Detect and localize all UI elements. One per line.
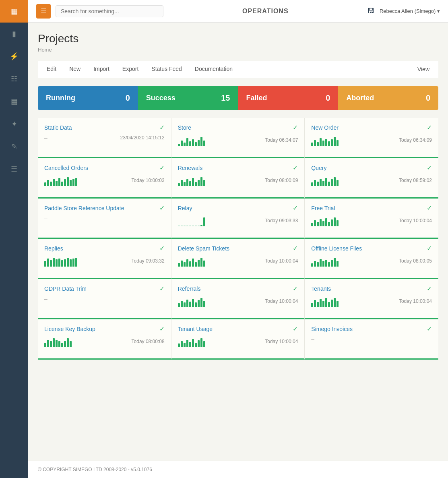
- status-aborted[interactable]: Aborted 0: [338, 86, 438, 110]
- chart-bar: [184, 262, 186, 267]
- mini-chart: [178, 215, 205, 226]
- project-card-footer: Today 06:34:07: [178, 135, 298, 146]
- chart-bar: [189, 342, 191, 347]
- list-icon: ☰: [11, 165, 17, 174]
- chart-bar: [184, 343, 186, 347]
- chart-bar: [198, 226, 200, 226]
- project-name[interactable]: Relay: [178, 205, 192, 211]
- chart-bar: [178, 183, 180, 186]
- chart-bar: [70, 341, 72, 347]
- status-success[interactable]: Success 15: [138, 86, 238, 110]
- project-name[interactable]: Delete Spam Tickets: [178, 245, 229, 252]
- chart-bar: [331, 300, 333, 307]
- chart-bar: [311, 143, 313, 146]
- chart-bar: [337, 261, 339, 267]
- chart-bar: [325, 139, 327, 146]
- sidebar-wrench-icon[interactable]: ✎: [0, 135, 28, 158]
- chart-bar: [198, 140, 200, 146]
- chart-bar: [72, 259, 74, 267]
- chart-bar: [67, 258, 69, 267]
- project-card-header: Renewals✓: [178, 164, 298, 172]
- chart-bar: [334, 217, 336, 226]
- chart-bar: [47, 340, 49, 347]
- project-name[interactable]: Simego Invoices: [311, 326, 353, 332]
- project-card-footer: Today 09:03:33: [178, 215, 298, 226]
- sidebar-home-icon[interactable]: ▦: [0, 0, 28, 23]
- chart-bar: [58, 259, 60, 267]
- sidebar-list-icon[interactable]: ☰: [0, 158, 28, 180]
- chart-bar: [328, 262, 330, 267]
- status-running[interactable]: Running 0: [38, 86, 138, 110]
- user-menu[interactable]: Rebecca Allen (Simego) ▾: [380, 8, 440, 14]
- project-name[interactable]: Referrals: [178, 286, 201, 292]
- project-card-footer: –: [311, 336, 432, 342]
- project-name[interactable]: GDPR Data Trim: [44, 286, 87, 292]
- project-card-header: Paddle Store Reference Update✓: [44, 204, 165, 212]
- project-name[interactable]: Cancelled Orders: [44, 165, 88, 171]
- chart-bar: [317, 262, 319, 267]
- status-failed[interactable]: Failed 0: [238, 86, 339, 110]
- project-name[interactable]: Paddle Store Reference Update: [44, 205, 124, 211]
- chart-bar: [314, 140, 316, 146]
- toolbar-view[interactable]: View: [412, 61, 435, 77]
- chart-bar: [178, 303, 180, 307]
- project-card: Relay✓Today 09:03:33: [171, 199, 305, 239]
- sidebar-lightning-icon[interactable]: ⚡: [0, 45, 28, 68]
- toolbar-new[interactable]: New: [64, 61, 86, 78]
- chart-bar: [192, 339, 194, 347]
- project-check-icon: ✓: [427, 285, 432, 292]
- project-card-footer: –23/04/2020 14:15:12: [44, 135, 165, 141]
- project-name[interactable]: Free Trial: [311, 205, 335, 211]
- menu-button[interactable]: ☰: [36, 4, 51, 19]
- mini-chart: [311, 175, 339, 186]
- chart-bar: [337, 220, 339, 226]
- project-card-header: GDPR Data Trim✓: [44, 285, 165, 292]
- project-name[interactable]: Tenants: [311, 286, 331, 292]
- search-input[interactable]: [56, 5, 163, 17]
- file-icon: ▮: [12, 29, 16, 38]
- project-name[interactable]: Tenant Usage: [178, 326, 213, 332]
- project-card-footer: Today 08:59:02: [311, 175, 432, 186]
- project-card-footer: Today 09:03:32: [44, 255, 165, 267]
- sidebar-file-icon[interactable]: ▮: [0, 23, 28, 45]
- sidebar-grid-icon[interactable]: ☷: [0, 68, 28, 90]
- project-card-footer: –: [44, 296, 165, 302]
- project-name[interactable]: Replies: [44, 245, 63, 252]
- project-time: Today 10:00:04: [265, 298, 298, 304]
- project-check-icon: ✓: [159, 325, 165, 333]
- chart-bar: [325, 298, 327, 307]
- chart-bar: [322, 301, 324, 307]
- project-name[interactable]: License Key Backup: [44, 326, 95, 332]
- project-name[interactable]: Store: [178, 124, 191, 131]
- toolbar-export[interactable]: Export: [117, 61, 144, 78]
- project-name[interactable]: Renewals: [178, 165, 202, 171]
- chart-bar: [200, 177, 202, 186]
- chart-bar: [337, 180, 339, 186]
- sidebar-chart-icon[interactable]: ▤: [0, 90, 28, 113]
- toolbar-documentation[interactable]: Documentation: [189, 61, 238, 78]
- project-check-icon: ✓: [159, 124, 165, 131]
- toolbar-status-feed[interactable]: Status Feed: [146, 61, 188, 78]
- project-name[interactable]: New Order: [311, 124, 339, 131]
- toolbar-edit[interactable]: Edit: [41, 61, 62, 78]
- project-time: Today 10:00:04: [399, 218, 432, 223]
- status-cards: Running 0 Success 15 Failed 0 Aborted 0: [38, 86, 438, 110]
- toolbar-import[interactable]: Import: [88, 61, 115, 78]
- chart-bar: [53, 338, 55, 347]
- chart-bar: [70, 180, 72, 186]
- chart-bar: [195, 226, 197, 226]
- chart-bar: [322, 141, 324, 146]
- chart-bar: [192, 259, 194, 267]
- project-time: Today 10:00:03: [132, 178, 165, 183]
- mini-chart: [178, 296, 205, 307]
- chart-bar: [50, 182, 52, 186]
- chart-bar: [44, 182, 46, 186]
- project-name[interactable]: Query: [311, 165, 326, 171]
- project-name[interactable]: Offline License Files: [311, 245, 362, 252]
- project-name[interactable]: Static Data: [44, 124, 72, 131]
- breadcrumb[interactable]: Home: [38, 47, 438, 53]
- sidebar-share-icon[interactable]: ✦: [0, 113, 28, 135]
- chart-bar: [334, 177, 336, 186]
- footer: © COPYRIGHT SIMEGO LTD 2008-2020 - v5.0.…: [28, 461, 448, 478]
- chart-bar: [322, 221, 324, 226]
